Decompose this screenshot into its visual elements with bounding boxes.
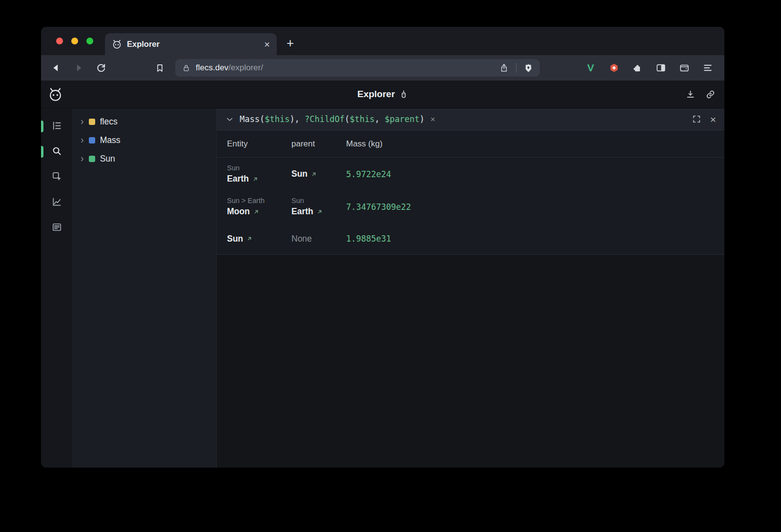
parent-none-label: None: [291, 234, 346, 244]
entity-swatch: [89, 156, 95, 162]
column-header-mass: Mass (kg): [346, 139, 724, 149]
app-title: Explorer: [357, 89, 395, 100]
icon-sidebar: [41, 108, 72, 468]
entity-tree-icon[interactable]: [51, 120, 62, 131]
chevron-right-icon[interactable]: ›: [81, 116, 84, 126]
close-panel-icon[interactable]: ×: [710, 114, 716, 124]
external-link-icon: [247, 236, 252, 242]
hexagon-extension-icon[interactable]: [608, 62, 620, 74]
external-link-icon: [253, 209, 259, 215]
bookmark-icon[interactable]: [154, 62, 165, 74]
entity-link[interactable]: Moon: [227, 206, 291, 217]
table-row: Sun Earth Sun 5.9722e24: [217, 158, 724, 190]
url-text: flecs.dev/explorer/: [196, 63, 263, 73]
wallet-icon[interactable]: [678, 62, 690, 74]
entity-cell: Sun > Earth Moon: [227, 197, 291, 217]
lock-icon: [182, 63, 191, 73]
query-search-icon[interactable]: [51, 145, 62, 157]
navigation-bar: flecs.dev/explorer/: [41, 55, 724, 81]
flecs-favicon: [112, 39, 122, 49]
flecs-logo[interactable]: [48, 87, 63, 102]
minimize-window-button[interactable]: [71, 38, 78, 44]
tree-item-flecs[interactable]: › flecs: [72, 112, 216, 131]
mass-value: 5.9722e24: [346, 169, 724, 179]
tab-close-icon[interactable]: ×: [264, 40, 270, 49]
tree-item-label[interactable]: Sun: [100, 154, 115, 164]
query-segment: (: [345, 114, 349, 124]
query-panel-empty-area: [217, 255, 724, 468]
entity-tree-panel: › flecs › Mass › Sun: [72, 108, 217, 468]
parent-link[interactable]: Sun: [291, 169, 346, 179]
chevron-down-icon[interactable]: [225, 115, 234, 124]
forward-icon[interactable]: [73, 62, 84, 74]
traffic-lights: [41, 38, 93, 55]
url-bar[interactable]: flecs.dev/explorer/: [175, 59, 540, 77]
remote-icon: [399, 90, 408, 99]
menu-icon[interactable]: [702, 62, 714, 74]
link-icon[interactable]: [705, 89, 716, 100]
query-segment: Mass(: [240, 114, 265, 124]
url-divider: [516, 63, 516, 73]
mass-value: 1.9885e31: [346, 234, 724, 244]
query-segment: ?ChildOf: [305, 114, 345, 124]
tree-item-mass[interactable]: › Mass: [72, 131, 216, 149]
query-results-table: Entity parent Mass (kg) Sun Earth Sun 5.…: [217, 130, 724, 255]
tree-panel-indicator: [41, 121, 43, 132]
clear-query-icon[interactable]: ×: [431, 115, 435, 123]
parent-link[interactable]: Earth: [291, 206, 346, 217]
entity-link[interactable]: Sun: [227, 234, 291, 244]
new-tab-button[interactable]: +: [287, 37, 294, 49]
parent-cell: Sun Earth: [291, 197, 346, 217]
module-swatch: [89, 119, 95, 125]
column-header-parent: parent: [291, 139, 346, 149]
table-row: Sun None 1.9885e31: [217, 223, 724, 254]
query-segment: $this: [265, 114, 289, 124]
stats-chart-icon[interactable]: [51, 196, 62, 207]
tree-item-label[interactable]: flecs: [100, 117, 118, 127]
extensions-puzzle-icon[interactable]: [632, 62, 643, 74]
query-panel: Mass($this), ?ChildOf($this, $parent) × …: [217, 108, 724, 468]
console-log-icon[interactable]: [51, 221, 62, 233]
external-link-icon: [317, 209, 323, 215]
app-title-group: Explorer: [41, 89, 724, 100]
close-window-button[interactable]: [56, 38, 63, 44]
app-header-actions: [685, 89, 724, 100]
url-domain: flecs.dev: [196, 63, 228, 72]
download-icon[interactable]: [685, 89, 696, 100]
query-segment: ,: [374, 114, 384, 124]
query-panel-indicator: [41, 146, 43, 158]
extension-cluster: V: [585, 62, 717, 74]
brave-shield-icon[interactable]: [523, 63, 534, 73]
fullscreen-icon[interactable]: [692, 114, 701, 124]
chevron-right-icon[interactable]: ›: [81, 153, 84, 163]
external-link-icon: [252, 176, 258, 182]
tab-title: Explorer: [127, 40, 259, 49]
back-icon[interactable]: [50, 62, 62, 74]
app-header: Explorer: [41, 81, 724, 108]
external-link-icon: [311, 171, 317, 177]
parent-cell: Sun: [291, 164, 346, 184]
inspector-icon[interactable]: [51, 170, 62, 182]
browser-window: Explorer × +: [41, 27, 724, 468]
entity-link[interactable]: Earth: [227, 174, 291, 184]
query-segment: ),: [289, 114, 305, 124]
main-area: › flecs › Mass › Sun: [41, 108, 724, 468]
maximize-window-button[interactable]: [86, 38, 93, 44]
entity-cell: Sun: [227, 229, 291, 248]
entity-path: Sun: [227, 164, 291, 172]
share-icon[interactable]: [499, 63, 509, 73]
query-expression[interactable]: Mass($this), ?ChildOf($this, $parent): [240, 114, 425, 124]
tree-item-label[interactable]: Mass: [100, 135, 121, 145]
component-swatch: [89, 137, 95, 143]
chevron-right-icon[interactable]: ›: [81, 135, 84, 144]
vue-devtools-icon[interactable]: V: [585, 62, 596, 74]
reload-icon[interactable]: [95, 62, 107, 74]
tree-item-sun[interactable]: › Sun: [72, 149, 216, 168]
sidebar-toggle-icon[interactable]: [655, 62, 667, 74]
query-segment: $this: [349, 114, 374, 124]
table-header-row: Entity parent Mass (kg): [217, 130, 724, 158]
query-segment: $parent: [385, 114, 420, 124]
tab-strip: Explorer × +: [41, 27, 724, 55]
query-header: Mass($this), ?ChildOf($this, $parent) × …: [217, 108, 724, 130]
tab-explorer[interactable]: Explorer ×: [105, 33, 277, 55]
